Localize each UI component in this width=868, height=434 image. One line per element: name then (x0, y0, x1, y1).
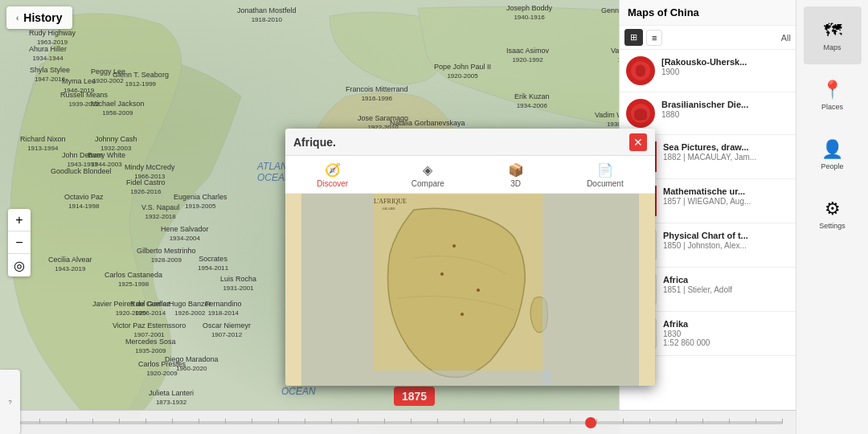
person-nixon: Richard Nixon1913-1994 (20, 135, 66, 153)
sidebar-maps-button[interactable]: 🗺 Maps (804, 6, 862, 64)
person-carlos-c: Carlos Castaneda1925-1998 (104, 271, 162, 289)
people-icon: 👤 (821, 139, 843, 160)
svg-rect-3 (301, 194, 374, 386)
map-info-0: [Rakousko-Uhersk... 1900 (661, 56, 789, 76)
panel-tab-grid[interactable]: ⊞ (624, 29, 643, 46)
panel-tab-list[interactable]: ≡ (646, 30, 662, 46)
history-label: History (23, 11, 62, 24)
map-info-5: Africa 1851 | Stieler, Adolf (663, 274, 789, 294)
places-icon-label: Places (821, 103, 843, 111)
person-castro: Fidel Castro1926-2016 (126, 178, 166, 196)
popup-close-button[interactable]: ✕ (629, 133, 647, 151)
svg-rect-5 (374, 371, 551, 386)
3d-label: 3D (510, 179, 521, 188)
map-title-1: Brasilianischer Die... (661, 99, 789, 110)
person-gilberto: Gilberto Mestrinho1928-2009 (137, 247, 196, 264)
person-octavio: Octavio Paz1914-1998 (64, 193, 104, 211)
settings-icon: ⚙ (825, 199, 841, 219)
sidebar-icons: 🗺 Maps 📍 Places 👤 People ⚙ Settings (796, 0, 868, 243)
person-mindy: Mindy McCredy1966-2013 (125, 163, 175, 181)
person-raul: Raul Gomez1956-2014 (130, 300, 170, 317)
person-julieta: Julieta Lanteri1873-1932 (149, 389, 194, 407)
history-button[interactable]: ‹ History (6, 6, 72, 29)
person-mercedes: Mercedes Sosa1935-2009 (125, 338, 176, 355)
person-socrates: Socrates1954-2011 (198, 255, 228, 272)
svg-point-6 (452, 244, 456, 248)
timeline-ticks (13, 419, 783, 424)
right-sidebar: 🗺 Maps 📍 Places 👤 People ⚙ Settings (796, 0, 868, 434)
map-date-6: 1830 (663, 330, 789, 338)
person-russell: Russell Means1939-2012 (60, 91, 108, 108)
map-title-3: Mathematische ur... (663, 186, 789, 197)
sidebar-people-button[interactable]: 👤 People (804, 125, 862, 183)
compare-label: Compare (411, 179, 444, 188)
person-asimov: Isaac Asimov1920-1992 (506, 47, 549, 64)
svg-text:ARABE: ARABE (382, 207, 395, 211)
sidebar-settings-button[interactable]: ⚙ Settings (804, 185, 862, 243)
map-title-0: [Rakousko-Uhersk... (661, 56, 789, 68)
map-info-3: Mathematische ur... 1857 | WIEGAND, Aug.… (663, 186, 789, 206)
map-date-1: 1880 (661, 110, 789, 119)
map-thumb-0 (626, 56, 655, 85)
settings-icon-label: Settings (819, 222, 845, 230)
map-date-0: 1900 (661, 68, 789, 76)
left-panel-handle[interactable]: ? (0, 370, 20, 434)
timeline-thumb[interactable] (585, 417, 596, 428)
map-thumb-icon-1 (628, 101, 653, 125)
map-info-4: Physical Chart of t... 1850 | Johnston, … (663, 230, 789, 250)
person-eugenia: Eugenia Charles1919-2005 (174, 193, 227, 211)
compare-icon: ◈ (423, 162, 432, 178)
locate-button[interactable]: ◎ (8, 254, 31, 276)
person-barry: Barry White1944-2003 (88, 151, 125, 169)
svg-point-7 (440, 272, 444, 276)
map-date-3: 1857 | WIEGAND, Aug... (663, 197, 789, 206)
tab-3d[interactable]: 📦 3D (502, 161, 530, 190)
maps-panel-tabs: ⊞ ≡ All (620, 26, 796, 50)
zoom-out-button[interactable]: − (8, 231, 31, 254)
person-victor: Victor Paz Esternssoro1907-2001 (113, 321, 186, 339)
popup-tabs: 🧭 Discover ◈ Compare 📦 3D 📄 Document (285, 156, 655, 194)
person-cash: Johnny Cash1932-2003 (95, 135, 137, 153)
map-info-2: Sea Pictures, draw... 1882 | MACAULAY, J… (663, 141, 789, 162)
tab-compare[interactable]: ◈ Compare (405, 161, 451, 190)
person-cecilia: Cecilia Alvear1943-2019 (48, 256, 92, 273)
timeline[interactable] (0, 410, 796, 434)
sidebar-places-button[interactable]: 📍 Places (804, 66, 862, 124)
person-hene: Hene Salvador1934-2004 (161, 225, 209, 243)
document-label: Document (587, 179, 624, 188)
person-carlos-p: Carlos Prestes1920-2009 (138, 360, 186, 378)
panel-tab-all[interactable]: All (781, 33, 791, 43)
person-boddy: Joseph Boddy1940-1916 (506, 4, 552, 22)
map-title-4: Physical Chart of t... (663, 230, 789, 241)
person-oscar: Oscar Niemeyr1907-2012 (203, 321, 251, 339)
person-luis: Luis Rocha1931-2001 (220, 275, 256, 293)
map-title-5: Africa (663, 274, 789, 285)
3d-icon: 📦 (508, 162, 524, 178)
tab-document[interactable]: 📄 Document (580, 161, 630, 190)
svg-point-8 (461, 313, 464, 316)
person-jonathan: Jonathan Mostfeld1918-2010 (237, 6, 297, 24)
zoom-in-button[interactable]: + (8, 209, 31, 231)
person-goodluck: Goodluck Blondeel (51, 167, 112, 176)
map-thumb-icon-0 (628, 59, 653, 83)
svg-point-9 (477, 289, 480, 292)
africa-popup: Afrique. ✕ 🧭 Discover ◈ Compare 📦 3D 📄 D… (285, 129, 655, 386)
person-mitterrand: Francois Mitterrand1916-1996 (346, 85, 408, 103)
tab-discover[interactable]: 🧭 Discover (310, 161, 354, 190)
map-item-0[interactable]: [Rakousko-Uhersk... 1900 (620, 50, 796, 92)
map-date-5: 1851 | Stieler, Adolf (663, 285, 789, 294)
maps-panel-title: Maps of China (628, 6, 699, 18)
year-badge: 1875 (394, 387, 435, 406)
map-controls: + − ◎ (8, 209, 31, 276)
map-title-6: Afrika (663, 318, 789, 330)
places-icon: 📍 (821, 80, 843, 100)
maps-icon-label: Maps (823, 43, 841, 51)
africa-historical-map: L'AFRIQUE ARABE (285, 194, 655, 386)
person-kuzan: Erik Kuzan1934-2006 (514, 92, 550, 110)
svg-text:L'AFRIQUE: L'AFRIQUE (374, 198, 407, 205)
timeline-track[interactable] (13, 421, 783, 424)
map-info-1: Brasilianischer Die... 1880 (661, 99, 789, 119)
person-rudy: Rudy Highway1963-2019 (29, 29, 76, 47)
map-title-2: Sea Pictures, draw... (663, 141, 789, 153)
people-icon-label: People (821, 162, 843, 170)
